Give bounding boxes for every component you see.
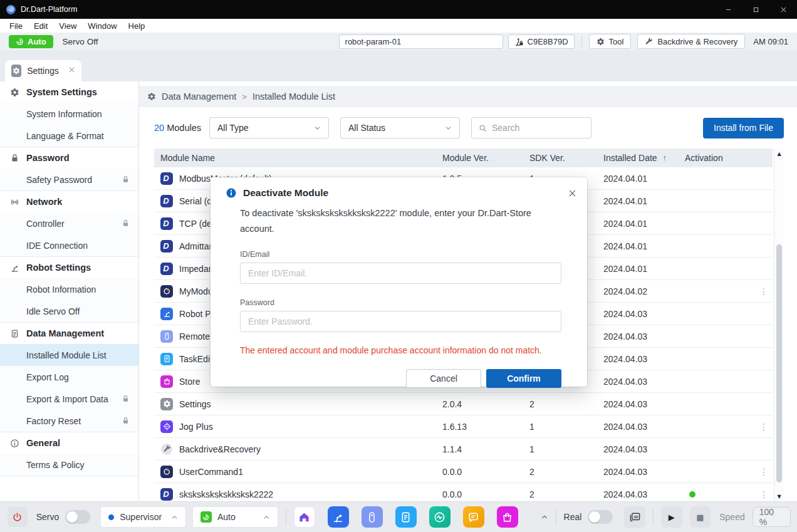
col-module-ver[interactable]: Module Ver.: [442, 153, 529, 163]
module-version: 0.0.0: [442, 489, 529, 499]
lock-icon: [122, 417, 130, 425]
chevron-down-icon: [445, 125, 452, 132]
gear-icon: [147, 92, 156, 101]
power-button[interactable]: [8, 507, 28, 527]
taskbar-app-message[interactable]: [463, 506, 484, 528]
taskbar-app-task[interactable]: [395, 506, 417, 528]
menu-item-help[interactable]: Help: [123, 21, 151, 31]
play-button[interactable]: ▶: [661, 506, 682, 528]
row-menu-icon[interactable]: ⋮: [759, 489, 768, 499]
sidebar-group-header[interactable]: General: [0, 432, 138, 454]
scroll-up-icon[interactable]: ▲: [774, 149, 784, 159]
maximize-button[interactable]: [742, 0, 769, 19]
sidebar-item-controller[interactable]: Controller: [0, 212, 138, 234]
mode-select[interactable]: Auto: [192, 506, 278, 528]
taskbar-app-store[interactable]: [497, 506, 518, 528]
servo-toggle[interactable]: [65, 510, 90, 524]
stop-button[interactable]: ■: [690, 506, 711, 528]
sdk-version: 2: [529, 467, 603, 477]
dialog-close-icon[interactable]: [566, 187, 578, 199]
sidebar-group-header[interactable]: System Settings: [0, 81, 138, 103]
password-field[interactable]: [240, 311, 561, 332]
sidebar-item-safety-password[interactable]: Safety Password: [0, 169, 138, 190]
sidebar-item-factory-reset[interactable]: Factory Reset: [0, 410, 138, 432]
installed-date: 2024.04.01: [603, 264, 685, 274]
table-row[interactable]: D skskskskskskksksk2222 0.0.0 2 2024.04.…: [154, 483, 773, 501]
id-email-field[interactable]: [240, 263, 561, 284]
sidebar-item-system-information[interactable]: System Information: [0, 103, 138, 125]
sidebar-item-export-import-data[interactable]: Export & Import Data: [0, 388, 138, 410]
col-installed-date[interactable]: Installed Date ↑: [603, 153, 685, 163]
tab-close-icon[interactable]: [68, 66, 75, 75]
menu-item-file[interactable]: File: [4, 21, 28, 31]
installed-date: 2024.04.01: [603, 196, 685, 206]
sort-ascending-icon[interactable]: ↑: [663, 154, 667, 162]
sidebar-item-robot-information[interactable]: Robot Information: [0, 278, 138, 300]
sidebar-group-header[interactable]: Robot Settings: [0, 257, 138, 278]
taskbar-app-monitor[interactable]: [429, 506, 451, 528]
installed-date: 2024.04.01: [603, 241, 685, 251]
row-menu-icon[interactable]: ⋮: [759, 422, 768, 432]
table-row[interactable]: Backdrive&Recovery 1.1.4 1 2024.04.03 ⋮: [154, 438, 773, 461]
tab-settings[interactable]: Settings: [5, 60, 81, 81]
sidebar-group-header[interactable]: Network: [0, 191, 138, 212]
activation-dot: [689, 491, 695, 498]
search-box[interactable]: [471, 117, 591, 138]
table-row[interactable]: Jog Plus 1.6.13 1 2024.04.03 ⋮: [154, 415, 773, 438]
install-from-file-button[interactable]: Install from File: [703, 118, 784, 138]
robot-param-input[interactable]: [339, 34, 503, 49]
minimize-button[interactable]: [714, 0, 742, 19]
row-menu-icon[interactable]: ⋮: [759, 286, 768, 296]
col-module-name[interactable]: Module Name: [154, 153, 442, 163]
taskbar-app-home[interactable]: [294, 506, 315, 528]
scrollbar-thumb[interactable]: [776, 244, 782, 482]
search-input[interactable]: [492, 123, 584, 133]
sidebar-item-idle-servo-off[interactable]: Idle Servo Off: [0, 300, 138, 322]
role-select[interactable]: Supervisor: [100, 506, 186, 528]
taskbar-app-remote[interactable]: [362, 506, 383, 528]
settings-sidebar: System Settings System Information Langu…: [0, 81, 139, 501]
installed-date: 2024.04.03: [603, 377, 685, 387]
divider: [653, 509, 654, 525]
installed-date: 2024.04.01: [603, 174, 685, 184]
sidebar-item-terms-policy[interactable]: Terms & Policy: [0, 454, 138, 476]
installed-date: 2024.04.01: [603, 219, 685, 229]
table-scrollbar[interactable]: ▲ ▼: [774, 149, 784, 501]
confirm-button[interactable]: Confirm: [486, 369, 561, 388]
col-sdk-ver[interactable]: SDK Ver.: [529, 153, 603, 163]
id-email-label: ID/Email: [240, 250, 561, 259]
sidebar-group: System Settings System Information Langu…: [0, 81, 138, 147]
sidebar-item-ide-connection[interactable]: IDE Connection: [0, 234, 138, 256]
close-button[interactable]: [769, 0, 797, 19]
sidebar-group-label: Robot Settings: [26, 263, 91, 273]
speed-value[interactable]: 100 %: [753, 507, 791, 527]
table-row[interactable]: UserCommand1 0.0.0 2 2024.04.03 ⋮: [154, 461, 773, 483]
module-version: 1.1.4: [442, 444, 529, 454]
type-filter-select[interactable]: All Type: [209, 117, 329, 138]
menu-item-view[interactable]: View: [53, 21, 82, 31]
sidebar-group-header[interactable]: Password: [0, 147, 138, 169]
menu-item-window[interactable]: Window: [82, 21, 122, 31]
taskbar-app-robot[interactable]: [328, 506, 349, 528]
installed-date: 2024.04.03: [603, 331, 685, 342]
dialog-title: Deactivate Module: [243, 187, 328, 199]
sidebar-item-installed-module-list[interactable]: Installed Module List: [0, 344, 138, 366]
robot-id-button[interactable]: C9E8B79D: [508, 34, 575, 49]
sidebar-item-language-format[interactable]: Language & Format: [0, 125, 138, 147]
dock-chevron-up-icon[interactable]: [541, 513, 548, 521]
installed-date: 2024.04.03: [603, 422, 685, 432]
cancel-button[interactable]: Cancel: [406, 369, 481, 388]
sidebar-group-header[interactable]: Data Management: [0, 323, 138, 344]
menu-item-edit[interactable]: Edit: [28, 21, 53, 31]
real-toggle[interactable]: [588, 510, 613, 524]
scroll-down-icon[interactable]: ▼: [774, 491, 784, 501]
3d-view-button[interactable]: [624, 506, 645, 528]
col-activation[interactable]: Activation: [685, 153, 755, 163]
row-menu-icon[interactable]: ⋮: [759, 467, 768, 477]
table-row[interactable]: Settings 2.0.4 2 2024.04.03 ⋮: [154, 393, 773, 415]
dr-dart-platform-window: Dr.Dart-Platform File Edit View Window H…: [0, 0, 797, 532]
sidebar-item-export-log[interactable]: Export Log: [0, 366, 138, 388]
tool-button[interactable]: Tool: [589, 34, 632, 49]
backdrive-recovery-button[interactable]: Backdrive & Recovery: [637, 34, 745, 49]
status-filter-select[interactable]: All Status: [340, 117, 460, 138]
